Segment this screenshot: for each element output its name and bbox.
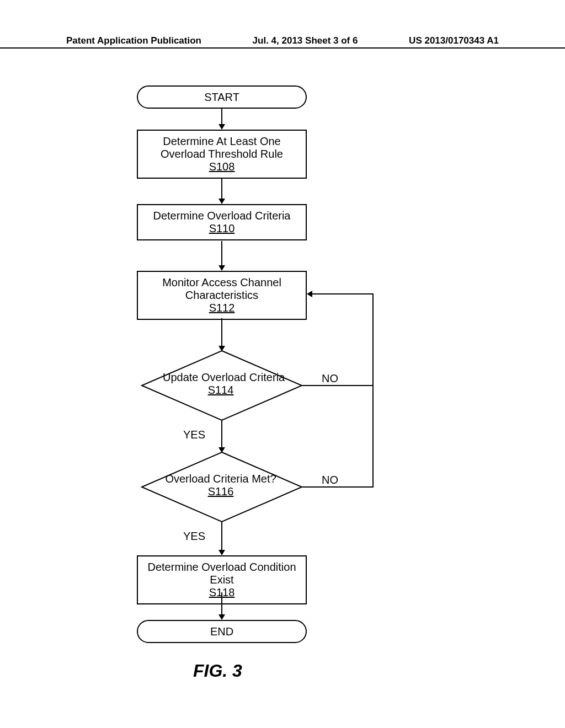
start-label: START xyxy=(204,91,239,103)
process-s108: Determine At Least One Overload Threshol… xyxy=(137,130,307,179)
decision-s116: Overload Criteria Met? S116 xyxy=(163,473,279,498)
s116-ref: S116 xyxy=(163,485,279,498)
arrow-s116-yes xyxy=(221,522,222,552)
s110-ref: S110 xyxy=(143,222,300,235)
arrow-s110-s112 xyxy=(221,241,222,267)
s116-yes-label: YES xyxy=(183,530,205,543)
header-center-text: Jul. 4, 2013 Sheet 3 of 6 xyxy=(253,35,358,46)
arrowhead-s110-s112 xyxy=(218,265,225,271)
terminal-end: END xyxy=(137,620,307,643)
arrow-s118-end xyxy=(221,592,222,616)
s114-no-label: NO xyxy=(322,372,338,385)
page-header: Patent Application Publication Jul. 4, 2… xyxy=(0,47,565,64)
terminal-start: START xyxy=(137,85,307,109)
arrowhead-s116-yes xyxy=(218,550,225,555)
arrowhead-s108-s110 xyxy=(218,199,225,204)
figure-label: FIG. 3 xyxy=(193,661,242,681)
decision-s114: Update Overload Criteria S114 xyxy=(163,371,279,397)
s108-text: Determine At Least One Overload Threshol… xyxy=(143,135,300,160)
end-label: END xyxy=(210,625,233,638)
s112-ref: S112 xyxy=(143,302,300,314)
s114-ref: S114 xyxy=(163,384,279,397)
s114-text: Update Overload Criteria xyxy=(163,371,279,384)
s114-yes-label: YES xyxy=(183,429,205,441)
arrow-s112-s114 xyxy=(221,318,222,347)
feedback-horizontal xyxy=(312,293,374,295)
arrowhead-s118-end xyxy=(218,614,225,620)
s116-text: Overload Criteria Met? xyxy=(163,473,279,485)
s116-no-label: NO xyxy=(322,474,338,486)
s112-text: Monitor Access Channel Characteristics xyxy=(143,276,300,302)
arrow-s114-no-h xyxy=(302,385,374,386)
header-left-text: Patent Application Publication xyxy=(66,35,201,46)
process-s112: Monitor Access Channel Characteristics S… xyxy=(137,271,307,320)
arrow-s114-yes xyxy=(221,420,222,449)
arrowhead-start-s108 xyxy=(218,124,225,130)
s118-text: Determine Overload Condition Exist xyxy=(143,561,300,586)
s108-ref: S108 xyxy=(143,160,300,173)
arrow-start-s108 xyxy=(221,109,222,125)
s110-text: Determine Overload Criteria xyxy=(143,210,300,222)
process-s110: Determine Overload Criteria S110 xyxy=(137,204,307,240)
arrow-s116-no-h xyxy=(302,486,374,488)
header-right-text: US 2013/0170343 A1 xyxy=(409,35,499,46)
arrow-s108-s110 xyxy=(221,178,222,200)
feedback-vertical xyxy=(372,294,374,488)
arrowhead-feedback xyxy=(307,291,312,297)
